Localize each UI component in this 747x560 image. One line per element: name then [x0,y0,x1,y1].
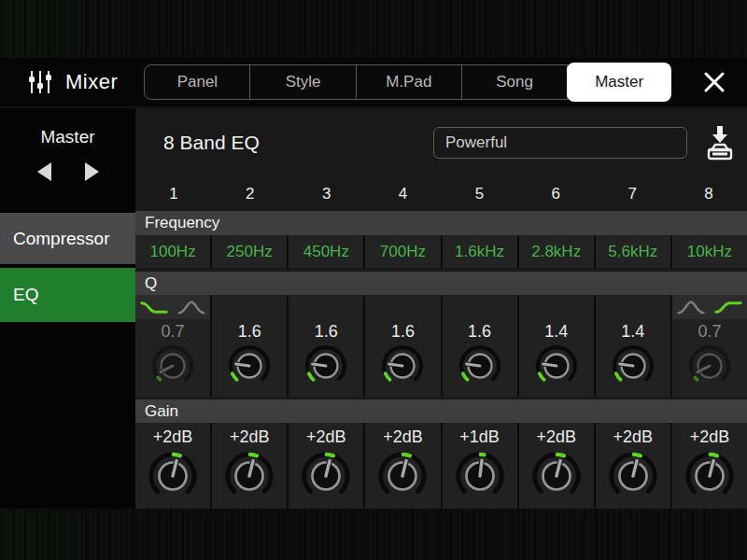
q-control-band-5[interactable]: 1.6 [443,295,517,397]
q-row: 0.7 1.6 1.6 [135,295,747,397]
knob-graphic [146,448,200,504]
gain-control-band-2[interactable]: +2dB [212,423,287,509]
tab-mpad[interactable]: M.Pad [356,64,462,100]
filter-type-selector [135,295,210,319]
q-control-band-2[interactable]: 1.6 [212,295,287,397]
frequency-value[interactable]: 1.6kHz [443,235,517,268]
tab-master[interactable]: Master [567,63,671,102]
mixer-screen: Mixer Panel Style M.Pad Song Master Mast… [0,0,747,560]
band-number: 4 [365,177,442,211]
q-control-band-6[interactable]: 1.4 [519,295,594,397]
frequency-value[interactable]: 5.6kHz [596,235,670,268]
save-icon [704,124,736,161]
q-value: 1.6 [238,321,261,342]
q-value: 0.7 [162,321,185,342]
knob-graphic [457,342,503,390]
sidebar-item-eq[interactable]: EQ [0,268,135,322]
peak-icon[interactable] [676,300,706,315]
band-number: 5 [442,177,518,211]
knob-graphic [686,342,733,390]
q-knob[interactable] [533,342,580,390]
gain-knob[interactable] [606,448,660,504]
frequency-value[interactable]: 100Hz [135,235,210,268]
content-area: Master Compressor EQ 8 Band EQ Powerful [0,108,747,509]
filter-type-selector [672,295,747,319]
frequency-value[interactable]: 450Hz [289,235,363,268]
mixer-faders-icon [28,69,52,95]
q-control-band-4[interactable]: 1.6 [365,295,440,397]
q-knob[interactable] [226,342,273,390]
gain-value: +2dB [613,426,654,448]
q-value: 1.6 [468,321,491,342]
frequency-value[interactable]: 10kHz [672,235,747,268]
gain-knob[interactable] [375,448,430,504]
frequency-value[interactable]: 250Hz [212,235,287,268]
gain-value: +1dB [459,426,500,448]
preset-name: Powerful [445,133,507,152]
gain-control-band-5[interactable]: +1dB [443,423,517,509]
gain-knob[interactable] [453,448,507,504]
tab-style[interactable]: Style [249,64,356,100]
frequency-row: 100Hz 250Hz 450Hz 700Hz 1.6kHz 2.8kHz 5.… [135,235,747,268]
frequency-value[interactable]: 2.8kHz [519,235,594,268]
gain-value: +2dB [306,426,346,448]
eq-panel: 8 Band EQ Powerful 1 2 3 [135,108,747,509]
knob-graphic [529,448,584,504]
knob-graphic [299,448,353,504]
sidebar-item-label: Compressor [13,229,109,249]
frequency-value[interactable]: 700Hz [365,235,440,268]
eq-type-title: 8 Band EQ [163,132,260,154]
knob-graphic [222,448,276,504]
tab-song[interactable]: Song [461,64,568,100]
q-knob[interactable] [149,342,196,390]
high-shelf-icon[interactable] [713,300,743,315]
q-knob[interactable] [303,342,349,390]
q-value: 1.4 [544,321,568,342]
gain-knob[interactable] [222,448,276,504]
knob-graphic [453,448,507,504]
knob-graphic [683,448,737,504]
q-row-header: Q [135,272,747,295]
tab-panel[interactable]: Panel [144,64,250,100]
preset-selector[interactable]: Powerful [433,127,687,159]
gain-control-band-4[interactable]: +2dB [365,423,440,509]
q-value: 1.6 [315,321,338,342]
gain-control-band-7[interactable]: +2dB [596,423,670,509]
right-arrow-icon[interactable] [85,162,99,181]
band-numbers-row: 1 2 3 4 5 6 7 8 [135,177,747,211]
gain-knob[interactable] [146,448,200,504]
sidebar-item-compressor[interactable]: Compressor [0,213,135,264]
peak-icon[interactable] [176,300,206,315]
left-arrow-icon[interactable] [37,162,51,181]
q-control-band-1[interactable]: 0.7 [135,295,210,397]
knob-graphic [149,342,196,390]
gain-knob[interactable] [683,448,737,504]
gain-control-band-8[interactable]: +2dB [672,423,747,509]
knob-graphic [533,342,580,390]
gain-control-band-6[interactable]: +2dB [519,423,594,509]
q-control-band-7[interactable]: 1.4 [596,295,670,397]
gain-knob[interactable] [529,448,584,504]
q-knob[interactable] [610,342,656,390]
knob-graphic [606,448,660,504]
gain-control-band-1[interactable]: +2dB [135,423,210,509]
low-shelf-icon[interactable] [139,300,169,315]
q-control-band-8[interactable]: 0.7 [672,295,747,397]
gain-knob[interactable] [299,448,353,504]
q-knob[interactable] [379,342,426,390]
gain-value: +2dB [153,426,193,448]
knob-graphic [226,342,273,390]
gain-row-header: Gain [135,399,747,423]
mixer-tabs: Panel Style M.Pad Song Master [144,64,671,100]
save-button[interactable] [704,124,736,161]
knob-graphic [303,342,349,390]
band-number: 3 [289,177,365,211]
sidebar: Master Compressor EQ [0,108,135,509]
gain-control-band-3[interactable]: +2dB [289,423,363,509]
q-value: 0.7 [698,321,721,342]
q-knob[interactable] [457,342,503,390]
close-button[interactable] [702,70,726,94]
q-knob[interactable] [686,342,733,390]
part-selector-arrows [0,162,135,181]
q-control-band-3[interactable]: 1.6 [289,295,363,397]
